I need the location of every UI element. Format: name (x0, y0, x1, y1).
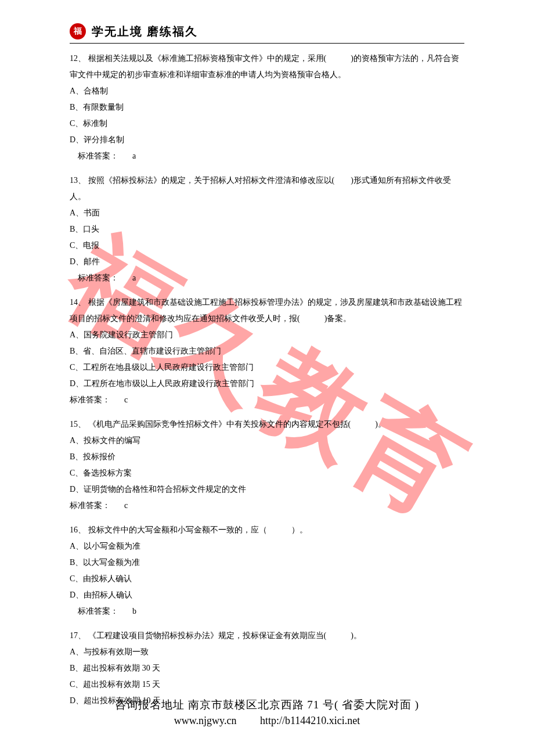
question-block: 15、 《机电产品采购国际竞争性招标文件》中有关投标文件的内容规定不包括( )。… (70, 416, 464, 514)
question-block: 13、 按照《招标投标法》的规定，关于招标人对招标文件澄清和修改应以( )形式通… (70, 172, 464, 286)
option-text: B、以大写金额为准 (70, 555, 464, 571)
option-text: B、投标报价 (70, 449, 464, 465)
option-text: C、备选投标方案 (70, 465, 464, 481)
option-text: C、超出投标有效期 15 天 (70, 676, 464, 693)
option-text: B、省、自治区、直辖市建设行政主管部门 (70, 343, 464, 359)
answer-label: 标准答案： (70, 395, 110, 404)
answer-label: 标准答案： (78, 273, 118, 282)
answer-line: 标准答案：c (70, 498, 464, 514)
question-text: 13、 按照《招标投标法》的规定，关于招标人对招标文件澄清和修改应以( )形式通… (70, 172, 464, 205)
question-text: 14、 根据《房屋建筑和市政基础设施工程施工招标投标管理办法》的规定，涉及房屋建… (70, 294, 464, 327)
option-text: C、工程所在地县级以上人民政府建设行政主管部门 (70, 359, 464, 376)
question-text: 15、 《机电产品采购国际竞争性招标文件》中有关投标文件的内容规定不包括( )。 (70, 416, 464, 433)
answer-value: a (132, 273, 136, 282)
footer-address: 咨询报名地址 南京市鼓楼区北京西路 71 号( 省委大院对面 ) (0, 697, 534, 712)
option-text: D、证明货物的合格性和符合招标文件规定的文件 (70, 481, 464, 498)
option-text: A、与投标有效期一致 (70, 644, 464, 660)
question-text: 12、 根据相关法规以及《标准施工招标资格预审文件》中的规定，采用( )的资格预… (70, 51, 464, 83)
option-text: A、投标文件的编写 (70, 433, 464, 449)
answer-value: a (132, 152, 136, 160)
option-text: B、超出投标有效期 30 天 (70, 660, 464, 676)
option-text: B、口头 (70, 221, 464, 237)
header-title: 学无止境 磨练福久 (92, 24, 198, 39)
footer-url-2: http://b1144210.xici.net (260, 715, 360, 726)
footer-links: www.njgwy.cn http://b1144210.xici.net (0, 715, 534, 727)
question-block: 14、 根据《房屋建筑和市政基础设施工程施工招标投标管理办法》的规定，涉及房屋建… (70, 294, 464, 408)
option-text: C、电报 (70, 237, 464, 254)
option-text: D、工程所在地市级以上人民政府建设行政主管部门 (70, 376, 464, 392)
answer-value: b (132, 607, 136, 615)
option-text: A、书面 (70, 205, 464, 221)
answer-value: c (124, 395, 128, 404)
answer-line: 标准答案：c (70, 392, 464, 408)
question-text: 16、 投标文件中的大写金额和小写金额不一致的，应（ ）。 (70, 522, 464, 538)
option-text: C、由投标人确认 (70, 571, 464, 587)
option-text: D、邮件 (70, 254, 464, 270)
answer-line: 标准答案：a (70, 148, 464, 164)
answer-line: 标准答案：b (70, 603, 464, 620)
option-text: D、由招标人确认 (70, 587, 464, 603)
answer-label: 标准答案： (70, 501, 110, 510)
logo-icon: 福 (70, 23, 86, 39)
option-text: B、有限数量制 (70, 99, 464, 116)
page-header: 福 学无止境 磨练福久 (70, 23, 464, 44)
question-block: 17、 《工程建设项目货物招标投标办法》规定，投标保证金有效期应当( )。A、与… (70, 628, 464, 709)
question-block: 16、 投标文件中的大写金额和小写金额不一致的，应（ ）。A、以小写金额为准B、… (70, 522, 464, 620)
question-block: 12、 根据相关法规以及《标准施工招标资格预审文件》中的规定，采用( )的资格预… (70, 51, 464, 164)
option-text: A、国务院建设行政主管部门 (70, 327, 464, 343)
answer-line: 标准答案：a (70, 270, 464, 286)
option-text: A、以小写金额为准 (70, 538, 464, 555)
answer-value: c (124, 501, 128, 510)
question-text: 17、 《工程建设项目货物招标投标办法》规定，投标保证金有效期应当( )。 (70, 628, 464, 644)
answer-label: 标准答案： (78, 152, 118, 160)
answer-label: 标准答案： (78, 607, 118, 615)
page-content: 福 学无止境 磨练福久 12、 根据相关法规以及《标准施工招标资格预审文件》中的… (0, 0, 534, 709)
page-footer: 咨询报名地址 南京市鼓楼区北京西路 71 号( 省委大院对面 ) www.njg… (0, 697, 534, 727)
option-text: D、评分排名制 (70, 132, 464, 148)
option-text: C、标准制 (70, 116, 464, 132)
footer-url-1: www.njgwy.cn (174, 715, 237, 726)
option-text: A、合格制 (70, 83, 464, 99)
